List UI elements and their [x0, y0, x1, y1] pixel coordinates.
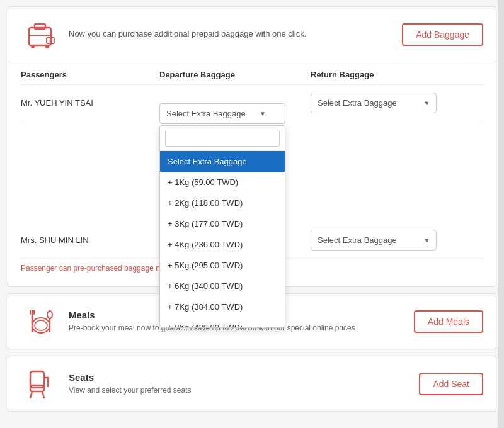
- col-header-passengers: Passengers: [21, 70, 159, 79]
- baggage-header: Now you can purchase additional prepaid …: [8, 7, 496, 62]
- return-dropdown-1[interactable]: Select Extra Baggage: [311, 93, 437, 113]
- svg-point-12: [35, 320, 47, 330]
- departure-dropdown-trigger-1[interactable]: Select Extra Baggage ▼: [159, 103, 285, 124]
- dropdown-search-box: [160, 126, 285, 151]
- luggage-icon: [21, 17, 59, 52]
- dropdown-search-input[interactable]: [165, 130, 280, 147]
- seats-left: Seats View and select your preferred sea…: [21, 366, 419, 401]
- svg-point-13: [47, 311, 52, 318]
- passenger-2-name: Mrs. SHU MIN LIN: [21, 235, 159, 245]
- passenger-1-name: Mr. YUEH YIN TSAI: [21, 98, 159, 108]
- departure-dropdown-open-1[interactable]: Select Extra Baggage ▼ Select Extra Bagg…: [159, 103, 289, 124]
- return-dropdown-cell-2: Select Extra Baggage ▼: [311, 230, 449, 251]
- dropdown-option-4[interactable]: + 4Kg (236.00 TWD): [160, 234, 285, 255]
- dropdown-option-7[interactable]: + 7Kg (384.00 TWD): [160, 296, 285, 317]
- return-dropdown-2[interactable]: Select Extra Baggage: [311, 230, 437, 251]
- baggage-header-left: Now you can purchase additional prepaid …: [21, 17, 306, 52]
- baggage-table: Passengers Departure Baggage Return Bagg…: [8, 62, 496, 286]
- baggage-dropdown-panel: Select Extra Baggage + 1Kg (59.00 TWD) +…: [159, 125, 285, 328]
- return-dropdown-cell-1: Select Extra Baggage ▼: [311, 93, 449, 113]
- baggage-section: Now you can purchase additional prepaid …: [8, 6, 496, 287]
- col-header-return: Return Baggage: [311, 70, 449, 79]
- dropdown-option-1[interactable]: + 1Kg (59.00 TWD): [160, 172, 285, 193]
- col-header-departure: Departure Baggage: [159, 70, 311, 79]
- dropdown-selected-label: Select Extra Baggage: [166, 109, 246, 118]
- seats-description: View and select your preferred seats: [69, 385, 419, 396]
- svg-point-4: [45, 45, 49, 48]
- table-header: Passengers Departure Baggage Return Bagg…: [21, 62, 483, 85]
- passenger-row-1: Mr. YUEH YIN TSAI Select Extra Baggage ▼: [21, 85, 483, 121]
- meals-icon: [21, 304, 59, 339]
- svg-point-3: [31, 45, 35, 48]
- dropdown-option-6[interactable]: + 6Kg (340.00 TWD): [160, 276, 285, 296]
- main-scrollbar[interactable]: [498, 0, 504, 428]
- dropdown-arrow-icon: ▼: [260, 110, 266, 117]
- seats-section: Seats View and select your preferred sea…: [8, 356, 496, 412]
- seats-info: Seats View and select your preferred sea…: [69, 372, 419, 396]
- svg-line-17: [30, 391, 32, 398]
- baggage-description: Now you can purchase additional prepaid …: [69, 28, 306, 40]
- return-dropdown-wrapper-2: Select Extra Baggage ▼: [311, 230, 437, 251]
- return-dropdown-wrapper-1: Select Extra Baggage ▼: [311, 93, 437, 113]
- add-seat-button[interactable]: Add Seat: [419, 373, 483, 395]
- dropdown-option-8[interactable]: + 8Kg (428.00 TWD): [160, 317, 285, 327]
- dropdown-option-3[interactable]: + 3Kg (177.00 TWD): [160, 213, 285, 234]
- add-meals-button[interactable]: Add Meals: [414, 310, 483, 333]
- seats-icon: [21, 366, 59, 401]
- svg-rect-1: [35, 24, 45, 29]
- dropdown-option-2[interactable]: + 2Kg (118.00 TWD): [160, 193, 285, 213]
- seats-title: Seats: [69, 372, 419, 383]
- dropdown-list: Select Extra Baggage + 1Kg (59.00 TWD) +…: [160, 151, 285, 327]
- dropdown-option-5[interactable]: + 5Kg (295.00 TWD): [160, 255, 285, 276]
- svg-point-6: [49, 40, 51, 42]
- add-baggage-button[interactable]: Add Baggage: [402, 23, 483, 46]
- svg-line-18: [42, 391, 44, 398]
- page-wrapper: Now you can purchase additional prepaid …: [0, 0, 504, 428]
- svg-rect-0: [29, 28, 51, 45]
- dropdown-option-0[interactable]: Select Extra Baggage: [160, 151, 285, 172]
